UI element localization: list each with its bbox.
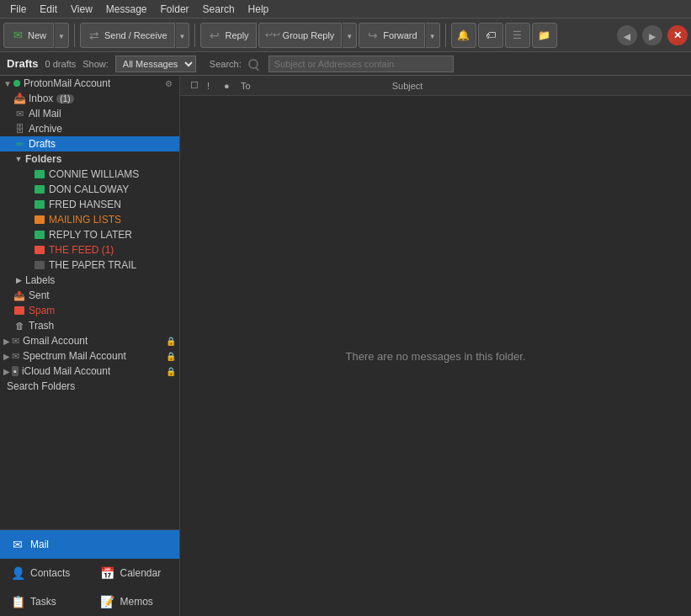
forward-button[interactable]: Forward bbox=[359, 23, 424, 48]
group-reply-dropdown[interactable] bbox=[343, 23, 357, 48]
menu-message[interactable]: Message bbox=[99, 2, 154, 17]
sidebar-item-feed[interactable]: THE FEED (1) bbox=[0, 242, 179, 258]
chevron-right-icon bbox=[649, 29, 656, 42]
sidebar-item-trash[interactable]: 🗑 Trash bbox=[0, 318, 179, 333]
sidebar-item-fred[interactable]: FRED HANSEN bbox=[0, 197, 179, 212]
new-icon bbox=[11, 29, 24, 42]
protonmail-options[interactable]: ⚙ bbox=[165, 79, 173, 88]
bell-button[interactable] bbox=[451, 23, 476, 48]
expand-icon: ▼ bbox=[3, 79, 12, 88]
status-bar: Drafts 0 drafts Show: All Messages Searc… bbox=[0, 52, 691, 76]
don-label: DON CALLOWAY bbox=[49, 183, 129, 195]
contacts-icon: 👤 bbox=[10, 566, 25, 581]
sidebar-item-mailing[interactable]: MAILING LISTS bbox=[0, 212, 179, 227]
contacts-label: Contacts bbox=[30, 567, 70, 579]
sidebar-item-connie[interactable]: CONNIE WILLIAMS bbox=[0, 167, 179, 182]
reply-button[interactable]: Reply bbox=[200, 23, 256, 48]
draft-count: 0 drafts bbox=[45, 59, 77, 69]
sidebar-item-paper-trail[interactable]: THE PAPER TRAIL bbox=[0, 258, 179, 273]
nav-calendar[interactable]: 📅 Calendar bbox=[90, 559, 180, 587]
move-icon bbox=[511, 29, 524, 42]
menu-bar: File Edit View Message Folder Search Hel… bbox=[0, 0, 691, 19]
tasks-icon: 📋 bbox=[10, 594, 25, 609]
show-select[interactable]: All Messages bbox=[115, 56, 196, 72]
mail-label: Mail bbox=[30, 539, 49, 550]
sidebar-item-spam[interactable]: Spam bbox=[0, 303, 179, 318]
group-reply-button[interactable]: Group Reply bbox=[258, 23, 343, 48]
connie-icon bbox=[34, 168, 45, 180]
spam-icon bbox=[13, 305, 25, 316]
send-receive-button[interactable]: Send / Receive bbox=[80, 23, 175, 48]
back-button[interactable] bbox=[617, 25, 637, 45]
spectrum-expand: ▶ bbox=[3, 352, 10, 361]
message-list-header: ☐ ! ● To Subject bbox=[180, 76, 691, 96]
search-input[interactable] bbox=[268, 56, 454, 72]
new-button[interactable]: New bbox=[3, 23, 54, 48]
menu-view[interactable]: View bbox=[64, 2, 99, 17]
nav-memos[interactable]: 📝 Memos bbox=[90, 587, 180, 616]
new-btn-group: New bbox=[3, 23, 69, 48]
sent-label: Sent bbox=[29, 289, 50, 301]
nav-mail[interactable]: ✉ Mail bbox=[0, 530, 179, 559]
inbox-icon: 📥 bbox=[13, 93, 25, 104]
allmail-label: All Mail bbox=[29, 108, 61, 119]
reply-icon bbox=[208, 29, 221, 42]
nav-tasks[interactable]: 📋 Tasks bbox=[0, 587, 90, 616]
labels-label: Labels bbox=[25, 274, 55, 286]
sidebar-item-drafts[interactable]: ✏ Drafts bbox=[0, 136, 179, 151]
send-receive-icon bbox=[88, 29, 101, 42]
folders-label: Folders bbox=[25, 153, 61, 165]
calendar-label: Calendar bbox=[120, 567, 162, 579]
sidebar-item-protonmail[interactable]: ▼ ProtonMail Account ⚙ bbox=[0, 76, 179, 91]
sidebar-item-inbox[interactable]: 📥 Inbox (1) bbox=[0, 91, 179, 106]
sidebar-item-archive[interactable]: 🗄 Archive bbox=[0, 121, 179, 136]
new-dropdown[interactable] bbox=[55, 23, 69, 48]
move-button[interactable] bbox=[505, 23, 530, 48]
spam-label: Spam bbox=[29, 305, 55, 316]
tag-button[interactable] bbox=[478, 23, 503, 48]
nav-contacts[interactable]: 👤 Contacts bbox=[0, 559, 90, 587]
gmail-expand: ▶ bbox=[3, 337, 10, 346]
sidebar-item-don[interactable]: DON CALLOWAY bbox=[0, 182, 179, 197]
sidebar-item-spectrum[interactable]: ▶ ✉ Spectrum Mail Account 🔒 bbox=[0, 348, 179, 364]
gmail-label: Gmail Account bbox=[23, 335, 88, 347]
tag-icon bbox=[484, 29, 497, 42]
menu-search[interactable]: Search bbox=[196, 2, 242, 17]
send-receive-label: Send / Receive bbox=[104, 30, 167, 40]
send-receive-dropdown[interactable] bbox=[176, 23, 190, 48]
new-label: New bbox=[28, 30, 46, 40]
sidebar-item-search-folders[interactable]: Search Folders bbox=[0, 379, 179, 394]
reply-later-icon bbox=[34, 229, 45, 241]
protonmail-dot bbox=[13, 80, 20, 87]
allmail-icon: ✉ bbox=[13, 108, 25, 119]
close-button[interactable]: ✕ bbox=[667, 25, 688, 45]
sidebar-item-labels[interactable]: ▶ Labels bbox=[0, 273, 179, 288]
inbox-badge: (1) bbox=[56, 94, 73, 104]
sidebar-item-allmail[interactable]: ✉ All Mail bbox=[0, 106, 179, 121]
content-area: ☐ ! ● To Subject There are no messages i… bbox=[180, 76, 691, 616]
menu-help[interactable]: Help bbox=[242, 2, 276, 17]
separator-1 bbox=[74, 24, 75, 47]
icloud-icon: ▪ bbox=[12, 366, 19, 376]
inbox-label: Inbox bbox=[29, 93, 53, 104]
calendar-icon: 📅 bbox=[100, 566, 115, 581]
fred-icon bbox=[34, 199, 45, 210]
icloud-expand: ▶ bbox=[3, 367, 10, 376]
folder-icon bbox=[538, 29, 551, 42]
reply-label: Reply bbox=[225, 30, 248, 40]
menu-edit[interactable]: Edit bbox=[33, 2, 64, 17]
sidebar-item-folders[interactable]: ▼ Folders bbox=[0, 151, 179, 167]
empty-message: There are no messages in this folder. bbox=[346, 350, 526, 363]
menu-folder[interactable]: Folder bbox=[154, 2, 196, 17]
forward-nav-button[interactable] bbox=[642, 25, 662, 45]
sidebar-item-sent[interactable]: 📤 Sent bbox=[0, 288, 179, 303]
col-checkbox-header: ☐ bbox=[187, 80, 204, 91]
feed-icon bbox=[34, 244, 45, 256]
sidebar-item-gmail[interactable]: ▶ ✉ Gmail Account 🔒 bbox=[0, 333, 179, 348]
sidebar-item-icloud[interactable]: ▶ ▪ iCloud Mail Account 🔒 bbox=[0, 364, 179, 379]
forward-dropdown[interactable] bbox=[426, 23, 440, 48]
menu-file[interactable]: File bbox=[3, 2, 33, 17]
folder-button[interactable] bbox=[532, 23, 557, 48]
sidebar-item-reply-later[interactable]: REPLY TO LATER bbox=[0, 227, 179, 242]
paper-trail-icon bbox=[34, 259, 45, 271]
